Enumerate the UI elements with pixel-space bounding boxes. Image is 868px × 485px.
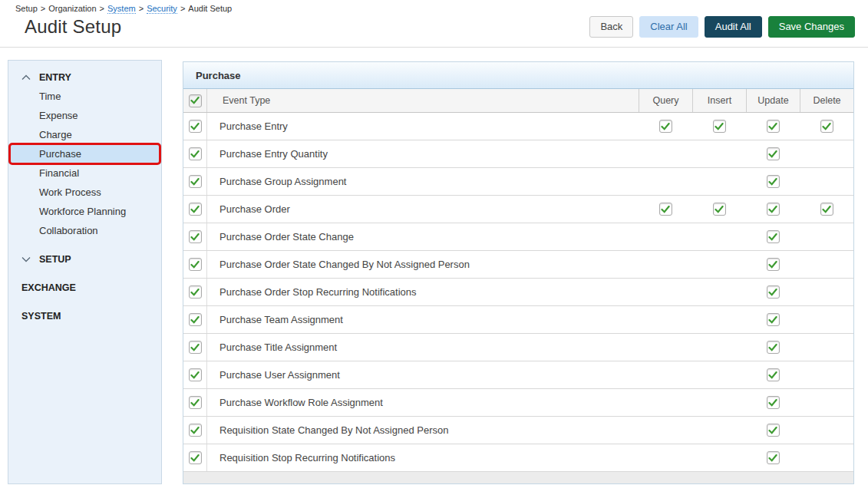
- update-cell: [746, 196, 800, 223]
- row-select-checkbox[interactable]: [189, 175, 202, 188]
- insert-cell: [692, 223, 746, 250]
- row-select-checkbox[interactable]: [189, 451, 202, 464]
- sidebar-group-setup[interactable]: SETUP: [8, 249, 161, 269]
- row-select-checkbox[interactable]: [189, 396, 202, 409]
- sidebar-item-label: Collaboration: [39, 225, 98, 236]
- insert-checkbox[interactable]: [713, 120, 726, 133]
- sidebar-spacer: [8, 269, 161, 278]
- table-row: Purchase Team Assignment: [183, 306, 853, 334]
- clear-all-button[interactable]: Clear All: [639, 16, 698, 38]
- sidebar-group-exchange[interactable]: EXCHANGE: [8, 278, 161, 297]
- audit-table-panel: Purchase Event TypeQueryInsertUpdateDele…: [183, 61, 854, 484]
- update-checkbox[interactable]: [767, 230, 780, 243]
- table-row: Purchase Group Assignment: [183, 168, 853, 196]
- checkmark-icon: [190, 206, 200, 213]
- update-cell: [746, 251, 800, 278]
- update-checkbox[interactable]: [767, 451, 780, 464]
- breadcrumb-item-system[interactable]: System: [107, 4, 136, 14]
- update-cell: [746, 113, 800, 140]
- row-select-checkbox[interactable]: [189, 120, 202, 133]
- checkmark-icon: [190, 454, 200, 462]
- sidebar-item-label: Purchase: [39, 148, 81, 160]
- back-button[interactable]: Back: [589, 16, 633, 38]
- checkmark-icon: [768, 206, 777, 213]
- checkmark-icon: [661, 206, 670, 213]
- row-select-checkbox[interactable]: [189, 230, 202, 243]
- update-checkbox[interactable]: [767, 147, 780, 160]
- delete-cell: [800, 417, 853, 444]
- update-checkbox[interactable]: [767, 285, 780, 299]
- update-checkbox[interactable]: [767, 120, 780, 133]
- table-row: Purchase Entry Quantity: [183, 140, 853, 168]
- update-checkbox[interactable]: [767, 368, 780, 381]
- update-column-header: Update: [746, 89, 800, 112]
- row-select-cell: [183, 140, 207, 167]
- table-row: Purchase Order Stop Recurring Notificati…: [183, 279, 853, 306]
- audit-all-button[interactable]: Audit All: [705, 16, 762, 38]
- query-cell: [639, 389, 692, 416]
- insert-column-header: Insert: [692, 89, 746, 112]
- sidebar-item-label: Workforce Planning: [39, 206, 126, 217]
- row-select-checkbox[interactable]: [189, 203, 202, 216]
- sidebar-group-label: EXCHANGE: [21, 282, 76, 293]
- checkmark-icon: [190, 316, 200, 324]
- update-checkbox[interactable]: [767, 258, 780, 271]
- sidebar-item-charge[interactable]: Charge: [8, 125, 161, 144]
- sidebar-item-collaboration[interactable]: Collaboration: [8, 221, 161, 240]
- sidebar-item-work-process[interactable]: Work Process: [8, 183, 161, 202]
- breadcrumb-item-audit-setup: Audit Setup: [188, 4, 232, 13]
- checkmark-icon: [190, 97, 200, 104]
- save-changes-button[interactable]: Save Changes: [768, 16, 855, 38]
- sidebar-item-purchase[interactable]: Purchase: [8, 144, 161, 163]
- update-checkbox[interactable]: [767, 203, 780, 216]
- checkmark-icon: [190, 427, 200, 434]
- delete-cell: [800, 361, 853, 388]
- page-header: Setup>Organization>System>Security>Audit…: [0, 0, 868, 48]
- delete-checkbox[interactable]: [820, 120, 833, 133]
- query-cell: [639, 361, 692, 388]
- sidebar: ENTRYTimeExpenseChargePurchaseFinancialW…: [8, 60, 162, 484]
- delete-cell: [800, 389, 853, 416]
- update-checkbox[interactable]: [767, 396, 780, 409]
- breadcrumb-item-security[interactable]: Security: [147, 4, 177, 14]
- table-row: Requisition Stop Recurring Notifications: [183, 444, 853, 472]
- sidebar-item-workforce-planning[interactable]: Workforce Planning: [8, 202, 161, 221]
- checkmark-icon: [715, 123, 724, 130]
- select-all-checkbox[interactable]: [189, 94, 202, 107]
- query-cell: [639, 444, 692, 471]
- insert-cell: [692, 334, 746, 361]
- selection-highlight-annotation: [8, 143, 161, 165]
- checkmark-icon: [661, 123, 670, 130]
- insert-checkbox[interactable]: [713, 203, 726, 216]
- checkmark-icon: [768, 178, 777, 186]
- event-type-label: Purchase Workflow Role Assignment: [207, 389, 639, 416]
- sidebar-item-expense[interactable]: Expense: [8, 106, 161, 125]
- row-select-checkbox[interactable]: [189, 147, 202, 160]
- table-row: Purchase Order State Changed By Not Assi…: [183, 251, 853, 279]
- event-type-column-header: Event Type: [207, 89, 639, 112]
- table-row: Purchase Order: [183, 196, 853, 223]
- row-select-checkbox[interactable]: [189, 258, 202, 271]
- table-row: Purchase Workflow Role Assignment: [183, 389, 853, 417]
- row-select-checkbox[interactable]: [189, 424, 202, 437]
- sidebar-group-entry[interactable]: ENTRY: [8, 68, 161, 87]
- update-checkbox[interactable]: [767, 175, 780, 188]
- update-checkbox[interactable]: [767, 313, 780, 326]
- update-checkbox[interactable]: [767, 341, 780, 354]
- row-select-checkbox[interactable]: [189, 313, 202, 326]
- row-select-checkbox[interactable]: [189, 285, 202, 299]
- delete-cell: [800, 251, 853, 278]
- sidebar-item-time[interactable]: Time: [8, 87, 161, 106]
- delete-checkbox[interactable]: [820, 203, 833, 216]
- row-select-cell: [183, 168, 207, 195]
- update-checkbox[interactable]: [767, 424, 780, 437]
- query-checkbox[interactable]: [659, 203, 672, 216]
- row-select-checkbox[interactable]: [189, 368, 202, 381]
- breadcrumb-separator: >: [100, 4, 104, 13]
- insert-cell: [692, 444, 746, 471]
- sidebar-group-system[interactable]: SYSTEM: [8, 306, 161, 325]
- update-cell: [746, 306, 800, 333]
- sidebar-item-financial[interactable]: Financial: [8, 163, 161, 183]
- row-select-checkbox[interactable]: [189, 341, 202, 354]
- query-checkbox[interactable]: [659, 120, 672, 133]
